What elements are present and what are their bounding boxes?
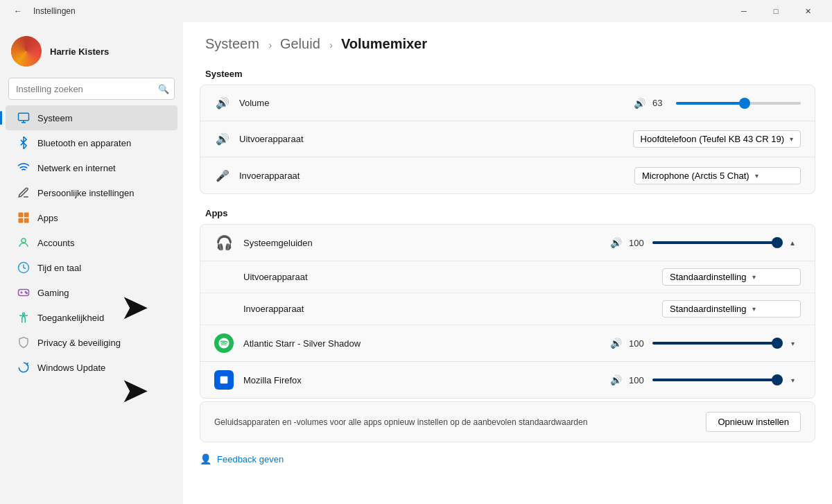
nav-label-gaming: Gaming (37, 288, 69, 298)
uitvoer-label: Uitvoerapparaat (239, 134, 633, 144)
maximize-button[interactable]: □ (760, 0, 792, 22)
sys-uitvoer-arrow: ▾ (752, 273, 756, 281)
nav-icon-systeem (17, 111, 31, 125)
systeemgeluiden-speaker: 🔊 (610, 237, 622, 248)
svg-point-11 (26, 293, 28, 294)
nav-label-privacy: Privacy & beveiliging (37, 338, 121, 348)
invoer-label: Invoerapparaat (239, 171, 634, 181)
sidebar-item-update[interactable]: Windows Update (6, 355, 177, 380)
svg-rect-13 (220, 376, 228, 384)
invoer-dropdown-arrow: ▾ (755, 172, 759, 180)
uitvoer-dropdown[interactable]: Hoofdtelefoon (Teufel KB 43 CR 19) ▾ (633, 130, 801, 148)
nav-label-systeem: Systeem (37, 113, 73, 123)
sidebar-item-systeem[interactable]: Systeem (6, 105, 177, 130)
feedback-link[interactable]: 👤 Feedback geven (183, 445, 832, 476)
nav-icon-privacy (17, 336, 31, 349)
sys-uitvoer-dropdown[interactable]: Standaardinstelling ▾ (662, 268, 801, 286)
feedback-icon: 👤 (200, 453, 211, 464)
invoer-dropdown-value: Microphone (Arctis 5 Chat) (642, 171, 749, 181)
arrow-annotation-2: ➤ (121, 376, 147, 406)
sidebar-item-toegankelijkheid[interactable]: Toegankelijkheid (6, 305, 177, 330)
nav-icon-update (17, 360, 31, 374)
systeem-card: 🔊 Volume 🔊 63 🔊 Uitvoerapparaat H (200, 85, 815, 194)
breadcrumb-current: Volumemixer (341, 36, 427, 51)
spotify-icon (214, 333, 234, 353)
spotify-name: Atlantic Starr - Silver Shadow (243, 338, 610, 349)
window-controls: ─ □ ✕ (728, 0, 824, 22)
search-input[interactable] (8, 78, 175, 100)
sys-uitvoer-val: Standaardinstelling (670, 272, 747, 282)
systeemgeluiden-slider[interactable] (652, 241, 777, 244)
feedback-label: Feedback geven (217, 454, 284, 464)
minimize-button[interactable]: ─ (728, 0, 760, 22)
spotify-vol: 100 (629, 338, 645, 349)
spotify-controls: 🔊 100 ▾ (610, 335, 801, 351)
avatar (11, 36, 42, 67)
volume-label: Volume (239, 98, 634, 108)
user-name: Harrie Kisters (50, 46, 109, 57)
spotify-slider[interactable] (652, 342, 777, 345)
breadcrumb-sep-2: › (329, 40, 336, 51)
sidebar-item-apps[interactable]: Apps (6, 205, 177, 230)
svg-rect-6 (24, 218, 29, 223)
sidebar-item-privacy[interactable]: Privacy & beveiliging (6, 330, 177, 355)
svg-point-12 (23, 313, 25, 315)
titlebar-title: Instellingen (33, 6, 76, 16)
volume-speaker-icon: 🔊 (634, 98, 645, 109)
uitvoer-dropdown-arrow: ▾ (790, 135, 793, 143)
nav-label-toegankelijkheid: Toegankelijkheid (37, 313, 104, 323)
sys-uitvoer-label: Uitvoerapparaat (243, 272, 662, 282)
sidebar-item-netwerk[interactable]: Netwerk en internet (6, 155, 177, 180)
close-button[interactable]: ✕ (792, 0, 824, 22)
nav-label-update: Windows Update (37, 363, 105, 373)
volume-slider[interactable] (676, 102, 801, 105)
search-icon[interactable]: 🔍 (158, 84, 169, 94)
systeemgeluiden-name: Systeemgeluiden (243, 238, 610, 248)
back-icon: ← (14, 6, 22, 16)
reset-button[interactable]: Opnieuw instellen (706, 412, 801, 432)
sys-invoer-arrow: ▾ (752, 305, 756, 313)
nav-list: Systeem Bluetooth en apparaten Netwerk e… (0, 105, 183, 380)
breadcrumb-sep-1: › (268, 40, 275, 51)
nav-label-tijd: Tijd en taal (37, 263, 81, 273)
sidebar-item-tijd[interactable]: Tijd en taal (6, 255, 177, 280)
systeem-section-header: Systeem (183, 63, 832, 85)
nav-icon-persoonlijk (17, 186, 31, 200)
invoer-icon: 🎤 (214, 169, 231, 182)
firefox-controls: 🔊 100 ▾ (610, 372, 801, 388)
arrow-annotation-1: ➤ (121, 293, 147, 323)
firefox-vol: 100 (629, 375, 645, 385)
nav-icon-gaming (17, 286, 31, 299)
nav-icon-tijd (17, 261, 31, 275)
spotify-expand[interactable]: ▾ (784, 335, 801, 351)
nav-label-apps: Apps (37, 213, 58, 223)
nav-label-accounts: Accounts (37, 238, 74, 248)
nav-icon-netwerk (17, 161, 31, 175)
breadcrumb-geluid[interactable]: Geluid (280, 36, 320, 51)
uitvoer-icon: 🔊 (214, 132, 231, 146)
sys-invoer-val: Standaardinstelling (670, 304, 747, 314)
sidebar-item-bluetooth[interactable]: Bluetooth en apparaten (6, 130, 177, 155)
systeemgeluiden-vol: 100 (629, 238, 645, 248)
nav-icon-toegankelijkheid (17, 311, 31, 324)
user-section: Harrie Kisters (0, 28, 183, 78)
apps-section-header: Apps (183, 202, 832, 224)
firefox-speaker: 🔊 (610, 374, 622, 385)
firefox-expand[interactable]: ▾ (784, 372, 801, 388)
sys-invoer-dropdown[interactable]: Standaardinstelling ▾ (662, 300, 801, 318)
invoer-dropdown[interactable]: Microphone (Arctis 5 Chat) ▾ (634, 167, 801, 184)
systeemgeluiden-expand[interactable]: ▲ (784, 234, 801, 251)
spotify-speaker: 🔊 (610, 338, 622, 349)
breadcrumb-systeem[interactable]: Systeem (205, 36, 259, 51)
firefox-row: Mozilla Firefox 🔊 100 ▾ (200, 362, 815, 398)
nav-icon-accounts (17, 236, 31, 250)
back-button[interactable]: ← (8, 1, 28, 21)
sidebar-item-persoonlijk[interactable]: Persoonlijke instellingen (6, 180, 177, 205)
firefox-slider[interactable] (652, 379, 777, 381)
systeemgeluiden-row: 🎧 Systeemgeluiden 🔊 100 ▲ (200, 225, 815, 261)
spotify-row: Atlantic Starr - Silver Shadow 🔊 100 ▾ (200, 325, 815, 362)
sidebar-item-gaming[interactable]: Gaming (6, 280, 177, 305)
sys-invoer-sub-row: Invoerapparaat Standaardinstelling ▾ (200, 293, 815, 325)
sidebar-item-accounts[interactable]: Accounts (6, 230, 177, 255)
content-area: Systeem › Geluid › Volumemixer Systeem 🔊… (183, 22, 832, 504)
